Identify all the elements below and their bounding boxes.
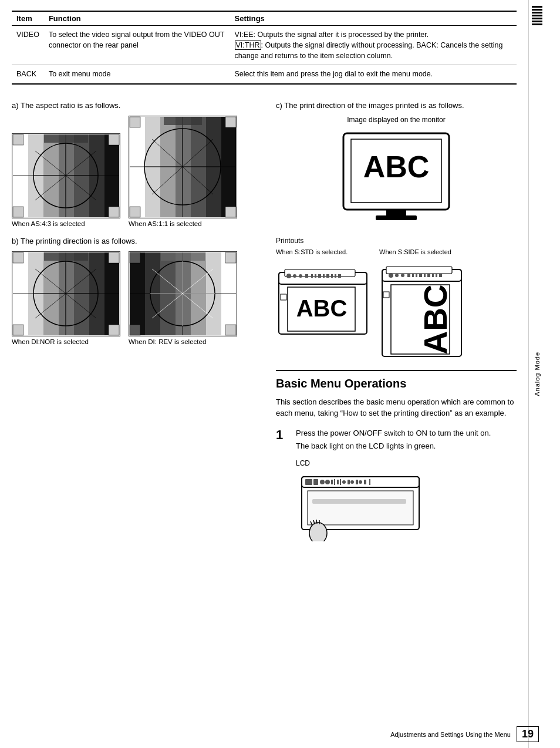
section-b-title: b) The printing direction is as follows. [12,237,258,245]
side-label: When S:SIDE is selected [379,248,451,255]
row-function-back: To exit menu mode [44,65,230,84]
svg-rect-148 [334,479,335,485]
svg-rect-12 [44,134,88,143]
row-settings-video: VI:EE: Outputs the signal after it is pr… [230,26,517,65]
footer-text: Adjustments and Settings Using the Menu [390,731,511,738]
fig-as11-caption: When AS:1:1 is selected [129,220,202,227]
svg-rect-56 [74,252,89,335]
svg-rect-131 [416,274,417,277]
monitor-diagram: Image displayed on the monitor ABC [276,116,517,227]
svg-rect-113 [315,274,316,278]
svg-rect-117 [331,274,333,278]
svg-point-110 [299,274,302,278]
side-tab: Analog Mode [528,0,545,748]
svg-rect-3 [28,134,43,217]
svg-rect-89 [130,325,140,335]
svg-point-128 [401,274,404,277]
svg-rect-133 [424,274,426,277]
row-settings-back: Select this item and press the jog dial … [230,65,517,84]
section-c-title: c) The print direction of the images pri… [276,101,517,110]
svg-rect-65 [109,252,119,263]
svg-text:ABC: ABC [363,150,430,184]
lcd-svg [296,471,431,541]
svg-rect-122 [281,294,286,300]
print-std: When S:STD is selected. [276,248,370,343]
svg-rect-158 [308,491,413,525]
svg-rect-156 [364,480,366,484]
svg-rect-87 [161,252,205,261]
svg-rect-52 [13,252,28,335]
basic-menu-description: This section describes the basic menu op… [276,396,517,419]
svg-rect-53 [28,252,43,335]
svg-rect-13 [13,134,23,145]
svg-rect-7 [89,134,104,217]
svg-rect-90 [225,252,236,263]
test-pattern-as43 [12,133,120,218]
svg-rect-27 [130,117,145,217]
svg-rect-134 [427,274,430,277]
svg-rect-129 [407,274,410,277]
svg-rect-130 [412,274,414,277]
settings-table: Item Function Settings VIDEO To select t… [12,11,517,85]
svg-rect-63 [13,252,23,263]
figure-as11: When AS:1:1 is selected [129,116,237,227]
svg-rect-57 [89,252,104,335]
svg-text:ABC: ABC [296,295,348,321]
svg-rect-154 [356,480,358,484]
svg-rect-144 [313,479,318,485]
svg-rect-15 [109,134,119,145]
test-pattern-dinor [12,251,120,336]
svg-rect-82 [206,252,221,335]
svg-point-126 [389,273,393,278]
svg-rect-119 [338,274,341,278]
row-item-back: BACK [12,65,44,84]
page-footer: Adjustments and Settings Using the Menu … [390,726,539,742]
svg-rect-33 [221,117,236,217]
svg-rect-41 [225,207,236,217]
page-number: 19 [517,726,539,742]
row-item-video: VIDEO [12,26,44,65]
svg-point-146 [325,480,330,484]
print-diagrams: When S:STD is selected. [276,248,517,360]
svg-rect-140 [383,292,389,298]
svg-text:ABC: ABC [417,284,454,354]
test-pattern-as11 [129,116,237,218]
svg-rect-38 [130,117,140,127]
svg-rect-149 [337,480,339,484]
section-a-title: a) The aspect ratio is as follows. [12,101,258,110]
section-divider [276,370,517,371]
col-header-settings: Settings [230,11,517,26]
col-header-function: Function [44,11,230,26]
std-label: When S:STD is selected. [276,248,348,255]
svg-rect-143 [305,479,312,485]
figure-as43: When AS:4:3 is selected [12,133,120,227]
monitor-label: Image displayed on the monitor [347,116,445,124]
basic-menu-heading: Basic Menu Operations [276,377,517,390]
svg-point-155 [359,480,362,484]
step-1-text: Press the power ON/OFF switch to ON to t… [296,427,491,545]
svg-rect-132 [419,274,422,277]
step-1-number: 1 [276,427,288,545]
svg-rect-150 [340,479,341,485]
svg-rect-91 [225,325,236,335]
svg-rect-58 [104,252,119,335]
svg-point-153 [350,480,354,484]
fig-direv-caption: When DI: REV is selected [129,338,206,345]
svg-rect-103 [386,210,406,215]
svg-rect-136 [436,274,437,277]
svg-rect-2 [13,134,28,217]
printouts-label: Printouts [276,237,517,245]
svg-rect-152 [348,480,350,484]
svg-rect-81 [191,252,206,335]
svg-rect-114 [318,274,321,278]
svg-rect-39 [130,207,140,217]
svg-line-163 [316,520,317,524]
svg-point-127 [395,274,399,277]
svg-rect-32 [206,117,221,217]
svg-point-108 [286,274,291,278]
step-1: 1 Press the power ON/OFF switch to ON to… [276,427,517,545]
svg-rect-16 [109,207,119,217]
table-row: BACK To exit menu mode Select this item … [12,65,517,84]
svg-rect-77 [130,252,145,335]
row-function-video: To select the video signal output from t… [44,26,230,65]
